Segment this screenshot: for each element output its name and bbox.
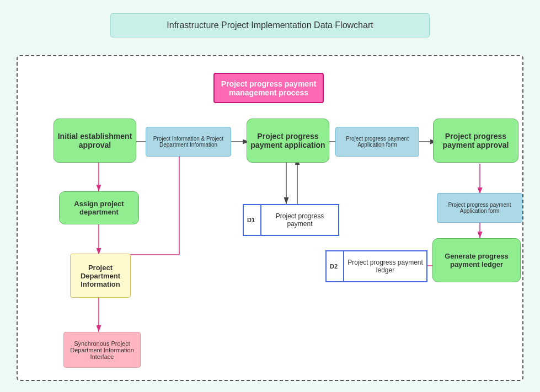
assign-dept-box: Assign project department	[59, 191, 139, 224]
payment-approval-box: Project progress payment approval	[433, 119, 518, 163]
flow-label-1: Project Information & Project Department…	[146, 127, 231, 157]
payment-application-label: Project progress payment application	[250, 132, 325, 149]
generate-ledger-label: Generate progress payment ledger	[436, 252, 517, 269]
d1-store: D1 Project progress payment	[243, 204, 339, 236]
d1-label: D1	[247, 217, 255, 223]
sync-interface-box: Synchronous Project Department Informati…	[63, 332, 141, 368]
flow-label-2: Project progress payment Application for…	[335, 127, 419, 157]
generate-ledger-box: Generate progress payment ledger	[432, 238, 521, 282]
page: Infrastructure Project Implementation Da…	[0, 0, 540, 392]
flow-label-1-text: Project Information & Project Department…	[148, 136, 228, 148]
flowchart-container: Project progress payment management proc…	[17, 55, 523, 381]
payment-application-box: Project progress payment application	[247, 119, 329, 163]
main-process-box: Project progress payment management proc…	[213, 73, 324, 103]
initial-approval-label: Initial establishment approval	[57, 132, 132, 149]
assign-dept-label: Assign project department	[63, 200, 135, 216]
project-dept-info-box: Project Department Information	[70, 254, 131, 298]
d2-store: D2 Project progress payment ledger	[325, 250, 427, 282]
project-dept-info-label: Project Department Information	[74, 264, 127, 288]
main-process-label: Project progress payment management proc…	[219, 79, 318, 97]
flow-label-3: Project progress payment Application for…	[437, 193, 522, 223]
page-title: Infrastructure Project Implementation Da…	[110, 13, 430, 37]
initial-approval-box: Initial establishment approval	[54, 119, 136, 163]
flow-label-3-text: Project progress payment Application for…	[440, 202, 520, 214]
payment-approval-label: Project progress payment approval	[437, 132, 515, 149]
d2-content: Project progress payment ledger	[347, 259, 423, 274]
title-text: Infrastructure Project Implementation Da…	[167, 20, 373, 30]
flow-label-2-text: Project progress payment Application for…	[338, 136, 416, 148]
d1-content: Project progress payment	[265, 212, 335, 228]
sync-interface-label: Synchronous Project Department Informati…	[67, 340, 137, 360]
d2-label: D2	[330, 263, 338, 270]
